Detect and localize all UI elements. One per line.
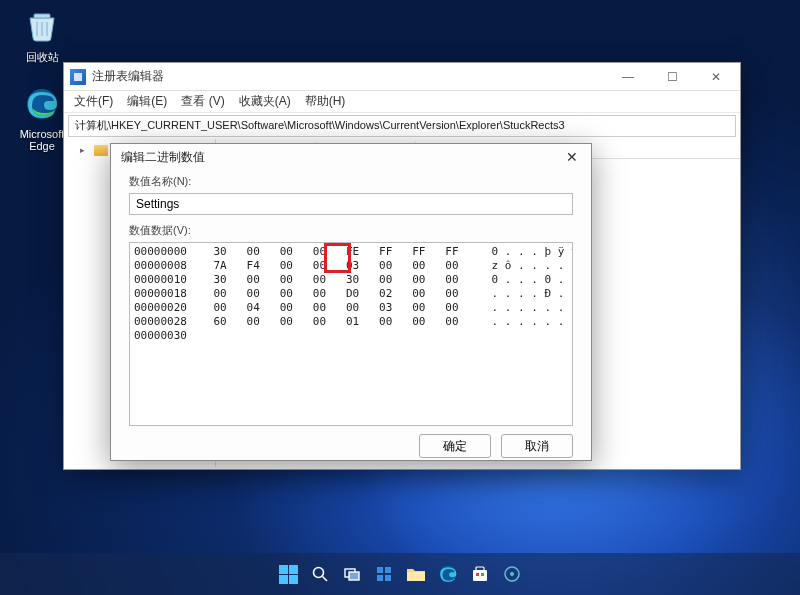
maximize-button[interactable]: ☐ bbox=[650, 63, 694, 91]
value-name-label: 数值名称(N): bbox=[129, 174, 573, 189]
store-icon[interactable] bbox=[467, 561, 493, 587]
minimize-button[interactable]: — bbox=[606, 63, 650, 91]
edit-binary-dialog: 编辑二进制数值 ✕ 数值名称(N): 数值数据(V): 00000000 30 … bbox=[110, 143, 592, 461]
ok-button[interactable]: 确定 bbox=[419, 434, 491, 458]
start-button[interactable] bbox=[275, 561, 301, 587]
task-view-icon[interactable] bbox=[339, 561, 365, 587]
value-name-field[interactable] bbox=[129, 193, 573, 215]
svg-rect-15 bbox=[481, 573, 484, 576]
app-icon[interactable] bbox=[499, 561, 525, 587]
svg-rect-5 bbox=[349, 572, 359, 580]
svg-rect-9 bbox=[385, 575, 391, 581]
svg-point-2 bbox=[314, 568, 324, 578]
regedit-icon bbox=[70, 69, 86, 85]
menu-edit[interactable]: 编辑(E) bbox=[121, 91, 173, 112]
dialog-close-button[interactable]: ✕ bbox=[557, 145, 587, 169]
windows-logo-icon bbox=[279, 565, 298, 584]
svg-rect-12 bbox=[473, 570, 487, 581]
edge-icon bbox=[22, 84, 62, 124]
svg-rect-10 bbox=[407, 572, 425, 581]
widgets-icon[interactable] bbox=[371, 561, 397, 587]
search-icon[interactable] bbox=[307, 561, 333, 587]
file-explorer-icon[interactable] bbox=[403, 561, 429, 587]
dialog-title: 编辑二进制数值 bbox=[121, 149, 205, 166]
folder-icon bbox=[94, 145, 108, 156]
recycle-bin-icon bbox=[22, 6, 62, 46]
menubar: 文件(F) 编辑(E) 查看 (V) 收藏夹(A) 帮助(H) bbox=[64, 91, 740, 113]
value-data-label: 数值数据(V): bbox=[129, 223, 573, 238]
svg-point-17 bbox=[510, 572, 514, 576]
menu-favorites[interactable]: 收藏夹(A) bbox=[233, 91, 297, 112]
address-bar[interactable]: 计算机\HKEY_CURRENT_USER\Software\Microsoft… bbox=[68, 115, 736, 137]
titlebar[interactable]: 注册表编辑器 — ☐ ✕ bbox=[64, 63, 740, 91]
desktop-icon-recycle-bin[interactable]: 回收站 bbox=[8, 6, 76, 65]
cancel-button[interactable]: 取消 bbox=[501, 434, 573, 458]
close-button[interactable]: ✕ bbox=[694, 63, 738, 91]
svg-rect-8 bbox=[377, 575, 383, 581]
highlight-box bbox=[324, 243, 351, 273]
chevron-right-icon: ▸ bbox=[80, 145, 90, 155]
svg-rect-0 bbox=[34, 14, 50, 18]
hex-editor[interactable]: 00000000 30 00 00 00 FE FF FF FF 0 . . .… bbox=[129, 242, 573, 426]
menu-view[interactable]: 查看 (V) bbox=[175, 91, 230, 112]
svg-rect-6 bbox=[377, 567, 383, 573]
menu-file[interactable]: 文件(F) bbox=[68, 91, 119, 112]
svg-rect-13 bbox=[476, 567, 484, 571]
dialog-titlebar[interactable]: 编辑二进制数值 ✕ bbox=[111, 144, 591, 170]
menu-help[interactable]: 帮助(H) bbox=[299, 91, 352, 112]
svg-rect-7 bbox=[385, 567, 391, 573]
taskbar[interactable] bbox=[0, 553, 800, 595]
svg-line-3 bbox=[323, 577, 328, 582]
edge-taskbar-icon[interactable] bbox=[435, 561, 461, 587]
svg-rect-14 bbox=[476, 573, 479, 576]
window-title: 注册表编辑器 bbox=[92, 68, 164, 85]
